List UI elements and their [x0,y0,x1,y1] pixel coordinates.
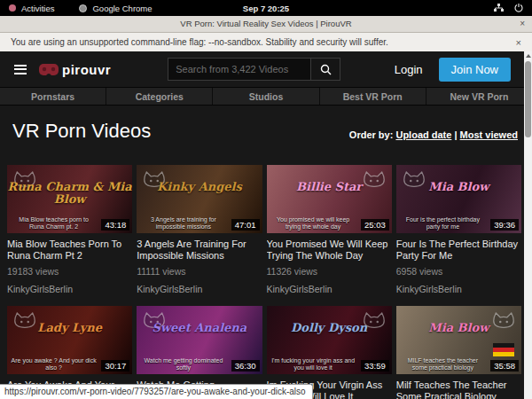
video-card[interactable]: Runa Charm & Mia Blow Mia Blow teaches p… [7,165,132,294]
video-card[interactable]: Mia Blow Four is the perfect birthday pa… [396,165,521,294]
logo-text: pirouvr [62,62,111,77]
scrollbar-up-arrow-icon[interactable] [526,54,531,58]
video-studio-link[interactable]: KinkyGirlsBerlin [396,284,521,294]
thumbnail-overlay-name: Dolly Dyson [267,322,392,334]
video-thumbnail[interactable]: Mia Blow MILF teaches the teacher some p… [396,306,521,374]
thumbnail-overlay-caption: MILF teaches the teacher some practical … [400,357,486,372]
video-views: 11111 views [137,266,262,277]
video-duration-badge: 25:03 [361,219,389,231]
site-header: pirouvr Login Join Now [0,51,532,87]
page-title: VR Porn Videos [12,120,151,143]
video-title-link[interactable]: Milf Teaches The Teacher Some Practical … [396,379,521,399]
thumbnail-overlay-name: Lady Lyne [7,322,132,334]
search-icon [320,64,332,75]
thumbnail-overlay-caption: I'm fucking your virgin ass and you will… [270,357,356,372]
warning-close-icon[interactable]: × [516,37,521,48]
video-thumbnail[interactable]: Dolly Dyson I'm fucking your virgin ass … [267,306,392,374]
nav-item-studios[interactable]: Studios [213,88,319,105]
sandbox-warning-bar: You are using an unsupported command-lin… [0,33,532,51]
video-duration-badge: 43:18 [101,219,129,231]
nav-item-best-vr[interactable]: Best VR Porn [320,88,426,105]
page-scrollbar[interactable] [524,51,532,399]
warning-text: You are using an unsupported command-lin… [11,37,388,47]
video-thumbnail[interactable]: Lady Lyne Are you awake ? And your dick … [7,306,132,374]
browser-title-bar[interactable]: VR Porn: Virtual Reality Sex Videos | Pi… [0,16,532,33]
order-by-label: Order by: [349,129,394,140]
order-most-viewed-link[interactable]: Most viewed [460,129,518,140]
video-title-link[interactable]: 3 Angels Are Training For Impossible Mis… [137,239,262,262]
video-thumbnail[interactable]: Sweet Analena Watch me getting dominated… [137,306,262,374]
thumbnail-overlay-name: Runa Charm & Mia Blow [7,181,132,206]
video-duration-badge: 36:30 [231,360,260,372]
video-card[interactable]: Kinky Angels 3 Angels are training for i… [137,165,262,294]
system-top-bar: Activities Google Chrome Sep 7 20:25 [0,0,532,16]
thumbnail-overlay-name: Sweet Analena [137,322,262,334]
video-duration-badge: 39:36 [490,219,519,231]
video-duration-badge: 35:58 [490,360,519,372]
nav-item-new-vr[interactable]: New VR Porn [426,88,532,105]
video-title-link[interactable]: You Promised We Will Keep Trying The Who… [267,239,392,262]
video-thumbnail[interactable]: Mia Blow Four is the perfect birthday pa… [396,165,521,233]
thumbnail-overlay-name: Billie Star [267,181,392,193]
main-nav: Pornstars Categories Studios Best VR Por… [0,87,532,106]
video-title-link[interactable]: Four Is The Perfect Birthday Party For M… [396,239,521,262]
thumbnail-overlay-caption: You promised we will keep trying the who… [270,216,356,231]
video-duration-badge: 30:17 [101,360,129,372]
thumbnail-overlay-caption: Mia Blow teaches porn to Runa Charm pt. … [11,216,97,231]
tab-close-icon[interactable]: × [520,16,525,32]
thumbnail-overlay-caption: Are you awake ? And your dick also ? [11,357,97,372]
video-duration-badge: 47:01 [231,219,260,231]
order-upload-date-link[interactable]: Upload date [395,129,451,140]
thumbnail-overlay-caption: Watch me getting dominated softly [140,357,226,372]
network-icon[interactable] [494,4,504,12]
menu-hamburger-icon[interactable] [14,62,27,76]
video-thumbnail[interactable]: Billie Star You promised we will keep tr… [267,165,392,233]
video-studio-link[interactable]: KinkyGirlsBerlin [267,284,392,294]
page-viewport: pirouvr Login Join Now Pornstars Categor… [0,51,532,399]
video-thumbnail[interactable]: Runa Charm & Mia Blow Mia Blow teaches p… [7,165,132,233]
thumbnail-overlay-name: Kinky Angels [137,181,262,193]
nav-item-pornstars[interactable]: Pornstars [0,88,106,105]
video-grid: Runa Charm & Mia Blow Mia Blow teaches p… [0,165,532,399]
video-views: 11326 views [267,266,392,277]
site-logo[interactable]: pirouvr [39,62,111,77]
thumbnail-overlay-caption: 3 Angels are training for impossible mis… [140,216,226,231]
login-link[interactable]: Login [395,63,423,76]
video-views: 19183 views [7,266,132,277]
video-views: 6958 views [396,266,521,277]
thumbnail-overlay-name: Mia Blow [396,181,521,193]
video-thumbnail[interactable]: Kinky Angels 3 Angels are training for i… [137,165,262,233]
search-input[interactable] [168,58,311,81]
thumbnail-overlay-name: Mia Blow [396,322,521,334]
video-card[interactable]: Billie Star You promised we will keep tr… [267,165,392,294]
thumbnail-overlay-caption: Four is the perfect birthday party for m… [400,216,486,231]
video-duration-badge: 33:59 [361,360,389,372]
search-button[interactable] [311,58,340,81]
german-flag-icon [493,343,514,356]
clock[interactable]: Sep 7 20:25 [0,4,532,13]
nav-item-categories[interactable]: Categories [106,88,213,105]
video-card[interactable]: Mia Blow MILF teaches the teacher some p… [396,306,521,399]
order-by-controls: Order by: Upload date | Most viewed [349,129,518,143]
power-icon[interactable] [514,4,523,12]
video-title-link[interactable]: Mia Blow Teaches Porn To Runa Charm Pt 2 [7,239,132,262]
window-title: VR Porn: Virtual Reality Sex Videos | Pi… [180,19,351,28]
video-studio-link[interactable]: KinkyGirlsBerlin [7,284,132,294]
link-target-status-bubble: https://pirouvr.com/vr-porn-video/779325… [0,384,313,399]
video-studio-link[interactable]: KinkyGirlsBerlin [137,284,262,294]
scrollbar-thumb[interactable] [525,61,531,137]
join-now-button[interactable]: Join Now [439,58,511,82]
vr-headset-icon [39,64,59,75]
